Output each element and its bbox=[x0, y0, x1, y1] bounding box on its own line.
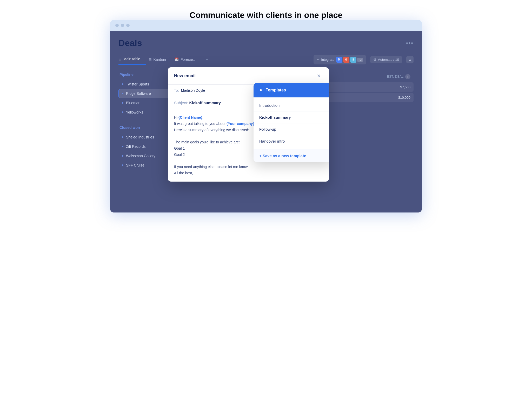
email-modal: New email ✕ To: Madison Doyle Subject: K… bbox=[168, 67, 329, 182]
closed-won-section-label: Closed won bbox=[118, 125, 176, 130]
sidebar-item-twister-sports[interactable]: Twister Sports bbox=[118, 80, 176, 89]
template-item-introduction[interactable]: Introduction bbox=[254, 99, 329, 111]
tabs-bar: ⊞ Main table ⊟ Kanban 📅 Forecast + ✧ Int… bbox=[118, 54, 414, 65]
template-item-follow-up[interactable]: Follow-up bbox=[254, 123, 329, 135]
email-modal-header: New email ✕ bbox=[168, 67, 329, 85]
item-dot-icon bbox=[122, 111, 123, 113]
integrate-label: Integrate bbox=[321, 58, 334, 62]
automate-label: Automate / 10 bbox=[378, 58, 399, 62]
templates-panel: ✦ Templates Introduction Kickoff summary… bbox=[254, 83, 329, 162]
browser-window: Deals ••• ⊞ Main table ⊟ Kanban 📅 Foreca… bbox=[110, 20, 422, 212]
close-modal-button[interactable]: ✕ bbox=[315, 72, 323, 80]
add-column-button[interactable]: + bbox=[405, 74, 410, 79]
email-to-value: Madison Doyle bbox=[181, 88, 205, 92]
est-deal-label: Est. deal bbox=[387, 75, 404, 78]
sidebar-item-label: Ridge Software bbox=[126, 91, 151, 96]
sidebar-item-yelloworks[interactable]: Yelloworks bbox=[118, 108, 176, 117]
app-title: Deals bbox=[118, 38, 142, 48]
browser-dot-red bbox=[115, 24, 119, 27]
tab-main-table-label: Main table bbox=[123, 57, 140, 61]
sidebar-item-label: SFF Cruise bbox=[126, 163, 144, 167]
app-body: Deals ••• ⊞ Main table ⊟ Kanban 📅 Foreca… bbox=[110, 31, 422, 212]
item-dot-icon bbox=[122, 136, 123, 138]
save-template-button[interactable]: + Save as a new template bbox=[254, 149, 329, 162]
app-header: Deals ••• bbox=[118, 38, 414, 48]
subject-value: Kickoff summary bbox=[189, 101, 221, 105]
templates-header: ✦ Templates bbox=[254, 83, 329, 97]
template-item-handover[interactable]: Handover intro bbox=[254, 135, 329, 147]
templates-title: Templates bbox=[266, 88, 286, 92]
tab-add-button[interactable]: + bbox=[203, 57, 211, 63]
integrate-button[interactable]: ✧ Integrate M G S +2 bbox=[314, 55, 366, 64]
more-options-icon[interactable]: ••• bbox=[406, 40, 414, 46]
sidebar-item-zift[interactable]: Zift Records bbox=[118, 142, 176, 151]
item-dot-icon bbox=[122, 93, 123, 94]
templates-list: Introduction Kickoff summary Follow-up H… bbox=[254, 97, 329, 149]
chevron-up-icon: ∧ bbox=[409, 58, 411, 62]
item-dot-icon bbox=[122, 146, 123, 147]
browser-bar bbox=[110, 20, 422, 31]
sidebar-item-label: Twister Sports bbox=[126, 82, 149, 86]
client-name-var: {Client Name} bbox=[178, 115, 202, 119]
est-deal-column-header: Est. deal + bbox=[384, 72, 414, 81]
sidebar-item-label: Sheleg Industries bbox=[126, 135, 154, 139]
collapse-button[interactable]: ∧ bbox=[406, 56, 414, 63]
tab-main-table[interactable]: ⊞ Main table bbox=[118, 54, 146, 65]
pipeline-section-label: Pipeline bbox=[118, 72, 176, 77]
calendar-icon: 📅 bbox=[174, 57, 179, 62]
sidebar-item-label: Zift Records bbox=[126, 144, 145, 149]
integration-avatars: M G S +2 bbox=[336, 57, 363, 63]
email-to-label: To: bbox=[174, 88, 179, 92]
table-icon: ⊞ bbox=[118, 57, 122, 61]
browser-dot-green bbox=[126, 24, 130, 27]
email-sign: All the best, bbox=[174, 170, 323, 176]
browser-dot-yellow bbox=[121, 24, 124, 27]
sidebar-item-label: Bluemart bbox=[126, 101, 141, 105]
sidebar-item-ridge-software[interactable]: Ridge Software bbox=[118, 89, 176, 98]
sidebar-item-label: Yelloworks bbox=[126, 110, 143, 114]
automate-button[interactable]: ⚙ Automate / 10 bbox=[370, 56, 402, 63]
email-modal-title: New email bbox=[174, 73, 196, 78]
sidebar-item-sheleg[interactable]: Sheleg Industries bbox=[118, 133, 176, 142]
subject-label: Subject: bbox=[174, 101, 189, 105]
int-avatar-3: S bbox=[350, 57, 356, 63]
kanban-icon: ⊟ bbox=[149, 57, 152, 62]
tab-kanban[interactable]: ⊟ Kanban bbox=[149, 55, 172, 65]
item-dot-icon bbox=[122, 102, 123, 104]
integrate-icon: ✧ bbox=[317, 58, 320, 62]
integrate-badge: +2 bbox=[357, 58, 363, 62]
automate-icon: ⚙ bbox=[373, 58, 376, 62]
sidebar-item-bluemart[interactable]: Bluemart bbox=[118, 98, 176, 107]
headline-light: in one place bbox=[292, 10, 342, 20]
email-closing: If you need anything else, please let me… bbox=[174, 164, 323, 170]
sidebar-item-label: Waissman Gallery bbox=[126, 154, 155, 158]
company-var: {Your company} bbox=[227, 122, 254, 126]
deal-value: $10,000 bbox=[398, 96, 410, 99]
sidebar: Pipeline Twister Sports Ridge Software B… bbox=[118, 72, 176, 170]
int-avatar-1: M bbox=[336, 57, 342, 63]
page-headline: Communicate with clients in one place bbox=[190, 10, 343, 20]
sidebar-item-waissman[interactable]: Waissman Gallery bbox=[118, 151, 176, 160]
tab-kanban-label: Kanban bbox=[154, 57, 166, 62]
main-content: Pipeline Twister Sports Ridge Software B… bbox=[118, 72, 414, 170]
item-dot-icon bbox=[122, 83, 123, 85]
tab-forecast-label: Forecast bbox=[181, 57, 195, 62]
item-dot-icon bbox=[122, 155, 123, 157]
headline-bold: Communicate with clients bbox=[190, 10, 292, 20]
int-avatar-2: G bbox=[343, 57, 349, 63]
template-item-kickoff[interactable]: Kickoff summary bbox=[254, 111, 329, 123]
tab-forecast[interactable]: 📅 Forecast bbox=[174, 55, 200, 65]
templates-icon: ✦ bbox=[259, 87, 263, 93]
item-dot-icon bbox=[122, 164, 123, 166]
deal-value: $7,500 bbox=[400, 85, 410, 89]
tab-actions: ✧ Integrate M G S +2 ⚙ Automate / 10 ∧ bbox=[314, 55, 414, 64]
sidebar-item-sff[interactable]: SFF Cruise bbox=[118, 161, 176, 170]
